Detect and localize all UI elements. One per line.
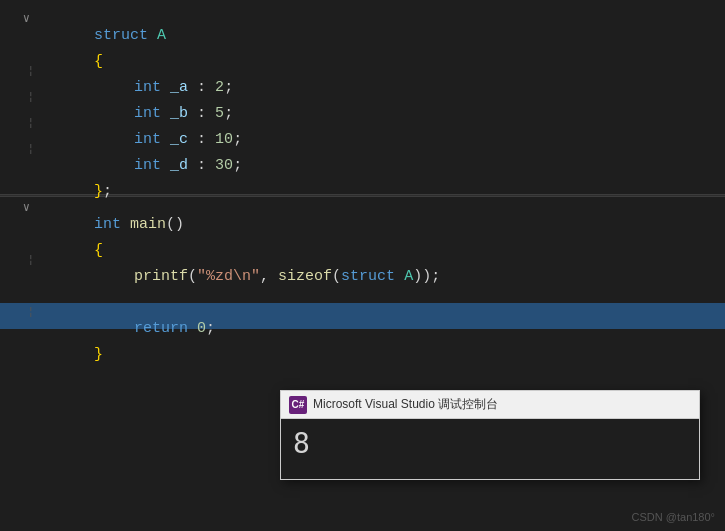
line-field-b: ¦ int _b : 5; <box>0 88 725 114</box>
line-main-open-brace: { <box>0 225 725 251</box>
line-empty <box>0 277 725 303</box>
watermark: CSDN @tan180° <box>632 511 715 523</box>
close-struct: } <box>94 183 103 200</box>
collapse-icon[interactable]: ∨ <box>23 11 30 26</box>
line-open-brace: { <box>0 36 725 62</box>
line-return: ¦ return 0; <box>0 303 725 329</box>
console-output: 8 <box>293 427 687 460</box>
line-field-d: ¦ int _d : 30; <box>0 140 725 166</box>
line-field-a: ¦ int _a : 2; <box>0 62 725 88</box>
console-title: Microsoft Visual Studio 调试控制台 <box>313 396 498 413</box>
console-titlebar: C# Microsoft Visual Studio 调试控制台 <box>281 391 699 419</box>
line-printf: ¦ printf("%zd\n", sizeof(struct A)); <box>0 251 725 277</box>
line-main-close: } <box>0 329 725 355</box>
line-struct-header: ∨ struct A <box>0 10 725 36</box>
console-popup: C# Microsoft Visual Studio 调试控制台 8 <box>280 390 700 480</box>
code-editor: ∨ struct A { ¦ int _a : 2; ¦ int _b : 5;… <box>0 0 725 531</box>
line-field-c: ¦ int _c : 10; <box>0 114 725 140</box>
console-body: 8 <box>281 419 699 479</box>
vs-icon: C# <box>289 396 307 414</box>
line-main-header: ∨ int main() <box>0 199 725 225</box>
line-close-struct: }; <box>0 166 725 192</box>
collapse-main-icon[interactable]: ∨ <box>23 200 30 215</box>
main-close-brace: } <box>94 346 103 363</box>
